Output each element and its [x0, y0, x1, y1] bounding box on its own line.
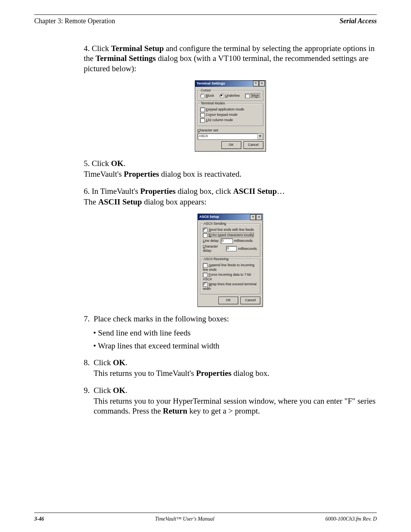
dialog-titlebar: Terminal Settings ? ×	[195, 81, 266, 87]
step-7: 7. Place check marks in the following bo…	[84, 314, 377, 351]
help-icon[interactable]: ?	[253, 81, 259, 86]
terminal-settings-dialog: Terminal Settings ? × Cursor Block	[195, 80, 266, 152]
cursor-group: Cursor Block Underline Blink	[198, 90, 263, 101]
charset-label: Character set:	[198, 128, 263, 133]
dialog-title: Terminal Settings	[197, 81, 225, 86]
step-8: 8. Click OK. This returns you to TimeVau…	[84, 358, 377, 379]
step-5: 5. Click OK. TimeVault's Properties dial…	[84, 158, 377, 179]
wrap-lines-checkbox[interactable]: Wrap lines that exceed terminal width	[203, 282, 258, 291]
bullet-wrap-lines: Wrap lines that exceed terminal width	[93, 341, 377, 351]
page-header: Chapter 3: Remote Operation Serial Acces…	[34, 17, 377, 25]
ascii-sending-group: ASCII Sending Send line ends with line f…	[200, 224, 260, 257]
cursor-keypad-mode-checkbox[interactable]: Cursor keypad mode	[200, 113, 261, 117]
close-icon[interactable]: ×	[256, 214, 262, 220]
chevron-down-icon[interactable]: ▼	[257, 134, 263, 139]
terminal-modes-group: Terminal Modes Keypad application mode C…	[198, 103, 263, 126]
force-7bit-checkbox[interactable]: Force incoming data to 7-bit ASCII	[203, 273, 258, 281]
footer-revision: 6000-100Ch3.fm Rev. D	[325, 516, 377, 522]
ascii-receiving-group: ASCII Receiving Append line feeds to inc…	[200, 259, 260, 295]
char-delay-field: Character delay: 0 milliseconds.	[203, 244, 258, 253]
page-footer: 3-46 TimeVault™ User's Manual 6000-100Ch…	[34, 516, 377, 522]
bullet-send-line-end: Send line end with line feeds	[93, 328, 377, 338]
close-icon[interactable]: ×	[259, 81, 265, 86]
cursor-blink-checkbox[interactable]: Blink	[245, 94, 260, 98]
ascii-setup-dialog: ASCII Setup ? × ASCII Sending Send line …	[198, 214, 263, 307]
line-delay-field: Line delay: 0 milliseconds.	[203, 238, 258, 244]
ok-button[interactable]: OK	[221, 141, 241, 149]
column-mode-checkbox[interactable]: 132 column mode	[200, 118, 261, 123]
step-9: 9. Click OK. This returns you to your Hy…	[84, 385, 377, 416]
keypad-app-mode-checkbox[interactable]: Keypad application mode	[200, 107, 261, 112]
cancel-button[interactable]: Cancel	[241, 297, 260, 304]
cancel-button[interactable]: Cancel	[244, 141, 263, 149]
footer-page-number: 3-46	[34, 516, 44, 522]
header-right: Serial Access	[339, 17, 377, 25]
dialog-title: ASCII Setup	[199, 215, 219, 219]
charset-combo[interactable]: ASCII ▼	[198, 133, 263, 140]
send-line-ends-checkbox[interactable]: Send line ends with line feeds	[203, 228, 258, 232]
header-left: Chapter 3: Remote Operation	[34, 17, 115, 25]
echo-typed-checkbox[interactable]: Echo typed characters locally	[203, 233, 258, 238]
cursor-block-radio[interactable]: Block	[200, 94, 214, 98]
footer-manual-title: TimeVault™ User's Manual	[155, 516, 214, 522]
bottom-rule	[34, 513, 377, 513]
content: 4. Click Terminal Setup and configure th…	[84, 43, 377, 416]
help-icon[interactable]: ?	[250, 214, 256, 220]
step-6: 6. In TimeVault's Properties dialog box,…	[84, 186, 377, 307]
line-delay-input[interactable]: 0	[221, 238, 233, 244]
dialog-titlebar: ASCII Setup ? ×	[198, 214, 263, 220]
char-delay-input[interactable]: 0	[226, 246, 237, 251]
top-rule	[34, 14, 377, 15]
step-4: 4. Click Terminal Setup and configure th…	[84, 43, 377, 152]
cursor-underline-radio[interactable]: Underline	[220, 94, 240, 98]
ok-button[interactable]: OK	[218, 297, 238, 304]
append-lf-checkbox[interactable]: Append line feeds to incoming line ends	[203, 263, 258, 272]
